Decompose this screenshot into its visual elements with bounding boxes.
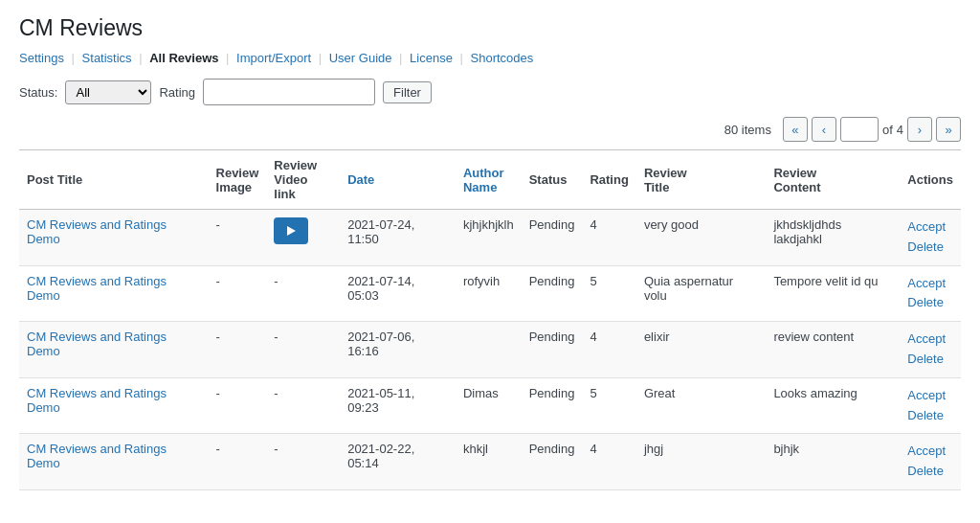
cell-review_title: Quia aspernatur volu (636, 265, 767, 322)
table-body: CM Reviews and Ratings Demo-2021-07-24, … (19, 210, 961, 490)
cell-review_title: Great (636, 377, 767, 434)
action-accept-link[interactable]: Accept (907, 442, 953, 462)
cell-author_name: kjhjkhjklh (456, 210, 522, 266)
pagination: 80 items « ‹ 1 of 4 › » (19, 117, 961, 142)
cell-date: 2021-05-11, 09:23 (340, 377, 456, 434)
cell-review_image: - (209, 434, 267, 490)
next-page-button[interactable]: › (907, 117, 932, 142)
cell-rating: 4 (582, 210, 635, 266)
status-select[interactable]: AllPendingApprovedRejected (65, 80, 151, 104)
cell-rating: 4 (582, 434, 635, 490)
rating-input[interactable] (203, 79, 375, 105)
nav-link-import-export[interactable]: Import/Export (236, 51, 311, 65)
prev-page-button[interactable]: ‹ (812, 117, 836, 142)
cell-review_video: - (266, 377, 340, 434)
cell-post_title: CM Reviews and Ratings Demo (19, 210, 209, 266)
cell-review_video: - (266, 322, 340, 378)
action-accept-link[interactable]: Accept (907, 274, 953, 294)
nav-link-settings[interactable]: Settings (19, 51, 64, 65)
col-header-date: Date (340, 150, 456, 210)
cell-status: Pending (522, 322, 583, 378)
cell-review_title: elixir (636, 322, 767, 378)
action-accept-link[interactable]: Accept (907, 217, 953, 238)
post-title-link[interactable]: CM Reviews and Ratings Demo (27, 217, 167, 246)
cell-review_image: - (209, 265, 267, 322)
cell-review_title: very good (636, 210, 767, 266)
cell-post_title: CM Reviews and Ratings Demo (19, 434, 209, 490)
cell-review_content: Looks amazing (766, 377, 900, 434)
cell-review_title: jhgj (636, 434, 767, 490)
action-delete-link[interactable]: Delete (907, 238, 953, 258)
cell-author_name: rofyvih (456, 265, 522, 322)
col-sort-date[interactable]: Date (347, 172, 374, 187)
action-delete-link[interactable]: Delete (907, 462, 953, 482)
post-title-link[interactable]: CM Reviews and Ratings Demo (27, 274, 167, 303)
cell-actions: AcceptDelete (900, 434, 961, 490)
table-row: CM Reviews and Ratings Demo-2021-07-24, … (19, 210, 961, 266)
first-page-button[interactable]: « (783, 117, 808, 142)
action-delete-link[interactable]: Delete (907, 406, 953, 426)
cell-post_title: CM Reviews and Ratings Demo (19, 265, 209, 322)
cell-author_name: khkjl (456, 434, 522, 490)
status-label: Status: (19, 85, 57, 100)
nav-separator: | (136, 51, 146, 65)
nav-link-shortcodes[interactable]: Shortcodes (471, 51, 534, 65)
cell-date: 2021-07-14, 05:03 (340, 265, 456, 322)
filter-button[interactable]: Filter (383, 81, 432, 103)
cell-review_image: - (209, 377, 267, 434)
cell-review_video: - (266, 434, 340, 490)
action-delete-link[interactable]: Delete (907, 293, 953, 313)
cell-rating: 4 (582, 322, 635, 378)
last-page-button[interactable]: » (936, 117, 961, 142)
nav-separator: | (315, 51, 325, 65)
cell-actions: AcceptDelete (900, 265, 961, 322)
cell-date: 2021-07-06, 16:16 (340, 322, 456, 378)
video-play-button[interactable] (274, 217, 308, 244)
filter-bar: Status: AllPendingApprovedRejected Ratin… (19, 79, 961, 105)
action-delete-link[interactable]: Delete (907, 350, 953, 370)
cell-status: Pending (522, 210, 583, 266)
cell-review_content: review content (766, 322, 900, 378)
header-row: Post TitleReviewImageReviewVideo linkDat… (19, 150, 961, 210)
nav-links: Settings | Statistics | All Reviews | Im… (19, 51, 961, 65)
reviews-table: Post TitleReviewImageReviewVideo linkDat… (19, 149, 961, 490)
post-title-link[interactable]: CM Reviews and Ratings Demo (27, 442, 167, 470)
nav-link-user-guide[interactable]: User Guide (329, 51, 392, 65)
cell-author_name (456, 322, 522, 378)
cell-author_name: Dimas (456, 377, 522, 434)
cell-post_title: CM Reviews and Ratings Demo (19, 322, 209, 378)
current-page-input[interactable]: 1 (840, 117, 879, 142)
items-count: 80 items (724, 123, 771, 137)
table-row: CM Reviews and Ratings Demo--2021-07-14,… (19, 265, 961, 322)
action-accept-link[interactable]: Accept (907, 386, 953, 406)
cell-review_video (266, 210, 340, 266)
col-header-actions: Actions (900, 150, 961, 210)
total-pages: 4 (897, 123, 903, 137)
nav-link-all-reviews[interactable]: All Reviews (149, 51, 218, 65)
table-row: CM Reviews and Ratings Demo--2021-02-22,… (19, 434, 961, 490)
nav-link-statistics[interactable]: Statistics (82, 51, 132, 65)
col-header-author_name: AuthorName (456, 150, 522, 210)
col-header-rating: Rating (582, 150, 635, 210)
cell-review_image: - (209, 322, 267, 378)
post-title-link[interactable]: CM Reviews and Ratings Demo (27, 330, 167, 358)
col-sort-author_name[interactable]: AuthorName (463, 166, 504, 194)
cell-rating: 5 (582, 265, 635, 322)
cell-review_image: - (209, 210, 267, 266)
action-accept-link[interactable]: Accept (907, 330, 953, 350)
col-header-review_content: ReviewContent (766, 150, 900, 210)
cell-review_content: Tempore velit id qu (766, 265, 900, 322)
cell-actions: AcceptDelete (900, 322, 961, 378)
post-title-link[interactable]: CM Reviews and Ratings Demo (27, 386, 167, 415)
col-header-review_title: ReviewTitle (636, 150, 767, 210)
col-header-post_title: Post Title (19, 150, 209, 210)
cell-date: 2021-07-24, 11:50 (340, 210, 456, 266)
nav-link-license[interactable]: License (410, 51, 453, 65)
cell-status: Pending (522, 377, 583, 434)
table-row: CM Reviews and Ratings Demo--2021-05-11,… (19, 377, 961, 434)
nav-separator: | (395, 51, 406, 65)
cell-review_content: bjhjk (766, 434, 900, 490)
col-header-review_image: ReviewImage (209, 150, 267, 210)
page-title: CM Reviews (19, 15, 961, 41)
of-text: of (882, 123, 893, 137)
